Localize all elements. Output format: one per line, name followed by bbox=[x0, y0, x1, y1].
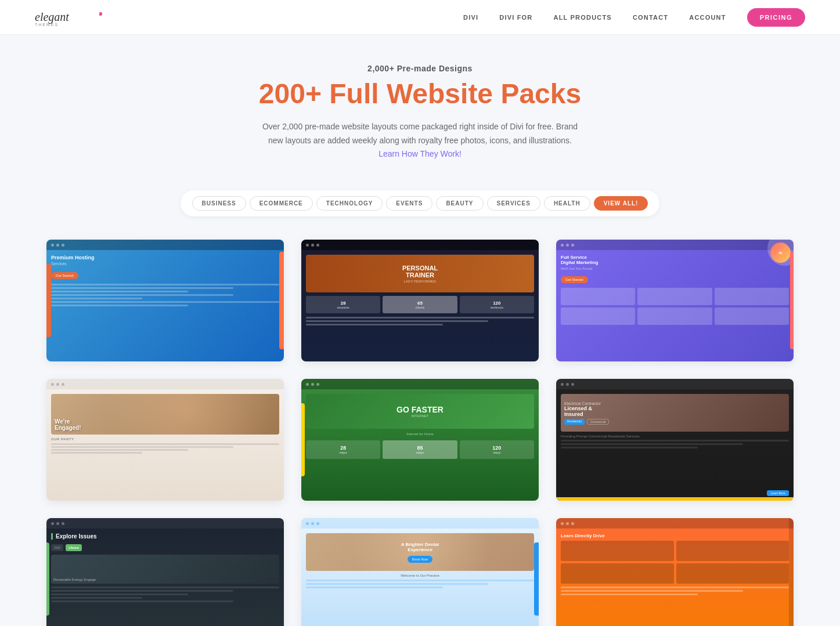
cards-grid-section: Premium HostingServices Get Started bbox=[0, 234, 840, 626]
filter-bar: BUSINESS ECOMMERCE TECHNOLOGY EVENTS BEA… bbox=[0, 179, 840, 234]
filter-container: BUSINESS ECOMMERCE TECHNOLOGY EVENTS BEA… bbox=[181, 190, 660, 216]
card-personal-trainer[interactable]: PERSONALTRAINER LADY PERFORMED 28 sessio… bbox=[301, 240, 539, 361]
filter-business[interactable]: BUSINESS bbox=[192, 196, 246, 211]
nav-account[interactable]: ACCOUNT bbox=[689, 14, 726, 21]
svg-text:✦: ✦ bbox=[98, 12, 100, 16]
main-nav: DIVI DIVI FOR ALL PRODUCTS CONTACT ACCOU… bbox=[463, 8, 805, 27]
hero-subtitle: 2,000+ Pre-made Designs bbox=[12, 64, 828, 73]
filter-view-all[interactable]: VIEW ALL! bbox=[594, 196, 648, 211]
card-magazine[interactable]: Explore Issues 2020 Lifeuno Renewable En… bbox=[46, 518, 284, 626]
filter-health[interactable]: HEALTH bbox=[544, 196, 590, 211]
card-electrical[interactable]: Electrical Contractor Licensed &Insured … bbox=[556, 379, 794, 501]
logo-svg: elegant THEMES ✦ bbox=[35, 8, 104, 27]
card-hosting[interactable]: Premium HostingServices Get Started bbox=[46, 240, 284, 361]
card-education[interactable]: Learn Directly Drive bbox=[556, 518, 794, 626]
hero-description: Over 2,000 pre-made website layouts come… bbox=[258, 120, 583, 161]
header: elegant THEMES ✦ DIVI DIVI FOR ALL PRODU… bbox=[0, 0, 840, 35]
filter-technology[interactable]: TECHNOLOGY bbox=[316, 196, 383, 211]
card-digital-marketing[interactable]: 3D Full ServiceDigital Marketing We'll G… bbox=[556, 240, 794, 361]
filter-services[interactable]: SERVICES bbox=[487, 196, 540, 211]
filter-events[interactable]: EVENTS bbox=[386, 196, 432, 211]
filter-ecommerce[interactable]: ECOMMERCE bbox=[250, 196, 313, 211]
svg-text:elegant: elegant bbox=[35, 10, 69, 24]
nav-all-products[interactable]: ALL PRODUCTS bbox=[554, 14, 612, 21]
nav-divi-for[interactable]: DIVI FOR bbox=[499, 14, 532, 21]
cards-grid: Premium HostingServices Get Started bbox=[46, 240, 794, 626]
pricing-button[interactable]: PRICING bbox=[747, 8, 805, 27]
nav-contact[interactable]: CONTACT bbox=[633, 14, 668, 21]
card-engagement[interactable]: We'reEngaged! Our Party bbox=[46, 379, 284, 501]
logo[interactable]: elegant THEMES ✦ bbox=[35, 8, 104, 27]
hero-title: 200+ Full Website Packs bbox=[12, 79, 828, 110]
card-internet[interactable]: GO FASTER INTERNET Internet for Home 28 … bbox=[301, 379, 539, 501]
hero-section: 2,000+ Pre-made Designs 200+ Full Websit… bbox=[0, 35, 840, 179]
svg-text:THEMES: THEMES bbox=[35, 23, 59, 27]
hero-desc-text: Over 2,000 pre-made website layouts come… bbox=[262, 122, 578, 145]
filter-beauty[interactable]: BEAUTY bbox=[436, 196, 483, 211]
hero-learn-link[interactable]: Learn How They Work! bbox=[378, 149, 462, 158]
nav-divi[interactable]: DIVI bbox=[463, 14, 478, 21]
card-dental[interactable]: A Brighter DentalExperience Book Now Wel… bbox=[301, 518, 539, 626]
